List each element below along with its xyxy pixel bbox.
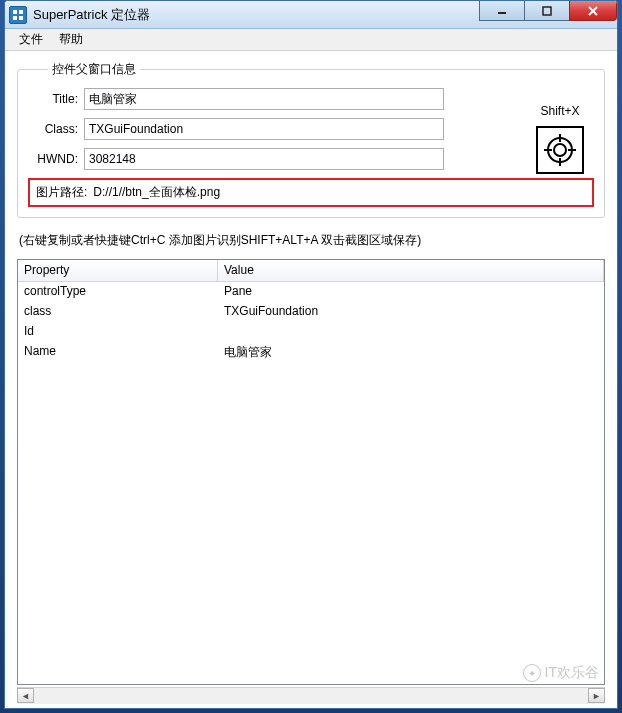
svg-rect-2 [13, 16, 17, 20]
maximize-button[interactable] [524, 1, 570, 21]
watermark: ✦ IT欢乐谷 [523, 664, 599, 682]
class-input[interactable] [84, 118, 444, 140]
title-label: Title: [28, 92, 84, 106]
hint-text: (右键复制或者快捷键Ctrl+C 添加图片识别SHIFT+ALT+A 双击截图区… [19, 232, 603, 249]
header-value[interactable]: Value [218, 260, 604, 281]
image-path-label: 图片路径: [36, 184, 93, 201]
list-row[interactable]: class TXGuiFoundation [18, 302, 604, 322]
window-controls [480, 1, 617, 21]
svg-rect-3 [19, 16, 23, 20]
scroll-left-button[interactable]: ◄ [17, 688, 34, 703]
menubar: 文件 帮助 [5, 29, 617, 51]
app-window: SuperPatrick 定位器 文件 帮助 控件父窗口信息 Title: Cl [4, 0, 618, 709]
chevron-left-icon: ◄ [21, 691, 30, 701]
list-row[interactable]: Id [18, 322, 604, 342]
cell-value: TXGuiFoundation [218, 302, 604, 322]
image-path-highlight: 图片路径: D://1//btn_全面体检.png [28, 178, 594, 207]
class-label: Class: [28, 122, 84, 136]
header-property[interactable]: Property [18, 260, 218, 281]
listview-body: controlType Pane class TXGuiFoundation I… [18, 282, 604, 362]
cell-property: Id [18, 322, 218, 342]
minimize-icon [496, 5, 508, 17]
svg-point-9 [554, 144, 566, 156]
svg-rect-1 [19, 10, 23, 14]
parent-window-groupbox: 控件父窗口信息 Title: Class: HWND: 图片路径: D://1/… [17, 69, 605, 218]
minimize-button[interactable] [479, 1, 525, 21]
scroll-right-button[interactable]: ► [588, 688, 605, 703]
title-input[interactable] [84, 88, 444, 110]
hwnd-input[interactable] [84, 148, 444, 170]
chevron-right-icon: ► [592, 691, 601, 701]
crosshair-button[interactable] [536, 126, 584, 174]
horizontal-scrollbar[interactable]: ◄ ► [17, 687, 605, 704]
close-button[interactable] [569, 1, 617, 21]
cell-property: class [18, 302, 218, 322]
wechat-icon: ✦ [523, 664, 541, 682]
window-title: SuperPatrick 定位器 [33, 6, 150, 24]
app-icon [9, 6, 27, 24]
image-path-value: D://1//btn_全面体检.png [93, 184, 220, 201]
capture-shortcut-label: Shift+X [536, 104, 584, 118]
list-row[interactable]: controlType Pane [18, 282, 604, 302]
menu-file[interactable]: 文件 [11, 29, 51, 50]
cell-property: controlType [18, 282, 218, 302]
svg-rect-5 [543, 7, 551, 15]
list-row[interactable]: Name 电脑管家 [18, 342, 604, 362]
titlebar[interactable]: SuperPatrick 定位器 [5, 1, 617, 29]
groupbox-legend: 控件父窗口信息 [48, 61, 140, 78]
listview-header: Property Value [18, 260, 604, 282]
close-icon [586, 4, 600, 18]
crosshair-icon [542, 132, 578, 168]
maximize-icon [541, 5, 553, 17]
capture-shortcut-area: Shift+X [536, 104, 584, 174]
menu-help[interactable]: 帮助 [51, 29, 91, 50]
cell-value [218, 322, 604, 342]
cell-value: Pane [218, 282, 604, 302]
cell-property: Name [18, 342, 218, 362]
cell-value: 电脑管家 [218, 342, 604, 362]
watermark-text: IT欢乐谷 [545, 664, 599, 682]
client-area: 控件父窗口信息 Title: Class: HWND: 图片路径: D://1/… [5, 51, 617, 708]
svg-rect-0 [13, 10, 17, 14]
property-listview[interactable]: Property Value controlType Pane class TX… [17, 259, 605, 685]
hwnd-label: HWND: [28, 152, 84, 166]
